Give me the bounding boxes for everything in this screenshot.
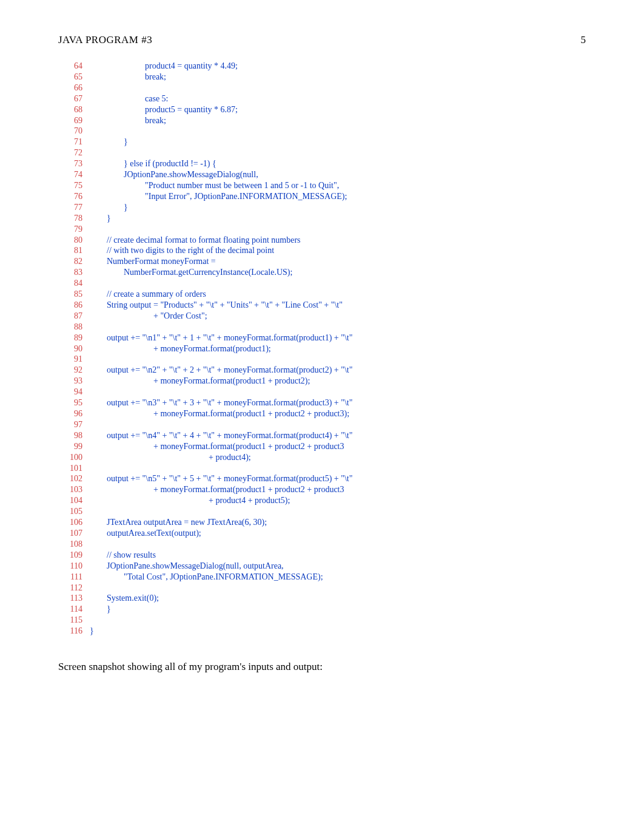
code-line: 64 product4 = quantity * 4.49; (58, 61, 586, 72)
page-number: 5 (581, 34, 586, 46)
code-line: 109 // show results (58, 550, 586, 561)
code-line: 73 } else if (productId != -1) { (58, 158, 586, 169)
code-text: } (82, 202, 128, 213)
code-line: 67 case 5: (58, 93, 586, 104)
code-text: product4 = quantity * 4.49; (82, 61, 238, 72)
line-number: 67 (58, 93, 82, 104)
code-text: case 5: (82, 93, 168, 104)
code-text (82, 126, 90, 137)
code-text: + moneyFormat.format(product1 + product2… (82, 408, 349, 419)
code-line: 76 "Input Error", JOptionPane.INFORMATIO… (58, 191, 586, 202)
code-line: 115 (58, 615, 586, 626)
code-line: 71 } (58, 137, 586, 147)
code-text: output += "\n2" + "\t" + 2 + "\t" + mone… (82, 365, 352, 376)
code-line: 69 break; (58, 115, 586, 126)
code-text: + moneyFormat.format(product1 + product2… (82, 484, 344, 495)
line-number: 77 (58, 202, 82, 213)
header-title: JAVA PROGRAM #3 (58, 34, 152, 46)
code-text: // create decimal format to format float… (82, 235, 301, 246)
code-line: 113 System.exit(0); (58, 593, 586, 604)
line-number: 116 (58, 626, 82, 637)
code-text: outputArea.setText(output); (82, 528, 201, 539)
line-number: 108 (58, 539, 82, 550)
code-line: 91 (58, 354, 586, 365)
code-line: 72 (58, 147, 586, 158)
code-text (82, 506, 90, 517)
code-text (82, 224, 90, 235)
code-text (82, 539, 90, 550)
code-text: NumberFormat moneyFormat = (82, 256, 216, 267)
code-line: 108 (58, 539, 586, 550)
line-number: 74 (58, 169, 82, 180)
line-number: 99 (58, 441, 82, 452)
code-line: 82 NumberFormat moneyFormat = (58, 256, 586, 267)
line-number: 102 (58, 473, 82, 484)
code-text: break; (82, 72, 166, 83)
line-number: 71 (58, 137, 82, 147)
code-text (82, 387, 90, 397)
line-number: 101 (58, 463, 82, 474)
code-line: 102 output += "\n5" + "\t" + 5 + "\t" + … (58, 473, 586, 484)
code-line: 106 JTextArea outputArea = new JTextArea… (58, 517, 586, 528)
code-text: "Total Cost", JOptionPane.INFORMATION_ME… (82, 572, 323, 583)
code-line: 68 product5 = quantity * 6.87; (58, 104, 586, 115)
line-number: 96 (58, 408, 82, 419)
code-text (82, 354, 90, 365)
line-number: 84 (58, 278, 82, 289)
code-text (82, 463, 90, 474)
code-line: 99 + moneyFormat.format(product1 + produ… (58, 441, 586, 452)
code-text: NumberFormat.getCurrencyInstance(Locale.… (82, 267, 292, 278)
code-text (82, 583, 90, 593)
code-line: 80 // create decimal format to format fl… (58, 235, 586, 246)
line-number: 79 (58, 224, 82, 235)
line-number: 110 (58, 561, 82, 572)
code-line: 81 // with two digits to the right of th… (58, 245, 586, 256)
code-text: break; (82, 115, 166, 126)
code-line: 74 JOptionPane.showMessageDialog(null, (58, 169, 586, 180)
code-line: 105 (58, 506, 586, 517)
line-number: 72 (58, 147, 82, 158)
line-number: 69 (58, 115, 82, 126)
code-text (82, 278, 90, 289)
code-line: 90 + moneyFormat.format(product1); (58, 343, 586, 354)
code-text: // create a summary of orders (82, 289, 206, 300)
code-line: 95 output += "\n3" + "\t" + 3 + "\t" + m… (58, 397, 586, 408)
code-line: 84 (58, 278, 586, 289)
line-number: 89 (58, 333, 82, 343)
line-number: 105 (58, 506, 82, 517)
code-line: 107 outputArea.setText(output); (58, 528, 586, 539)
code-text: } (82, 213, 111, 224)
line-number: 115 (58, 615, 82, 626)
code-text (82, 83, 90, 93)
line-number: 98 (58, 430, 82, 441)
code-line: 93 + moneyFormat.format(product1 + produ… (58, 376, 586, 387)
code-text (82, 322, 90, 333)
line-number: 86 (58, 300, 82, 311)
code-text: output += "\n5" + "\t" + 5 + "\t" + mone… (82, 473, 352, 484)
code-line: 85 // create a summary of orders (58, 289, 586, 300)
code-line: 104 + product4 + product5); (58, 495, 586, 506)
line-number: 95 (58, 397, 82, 408)
line-number: 109 (58, 550, 82, 561)
code-line: 92 output += "\n2" + "\t" + 2 + "\t" + m… (58, 365, 586, 376)
line-number: 68 (58, 104, 82, 115)
code-text: + "Order Cost"; (82, 311, 207, 322)
line-number: 97 (58, 419, 82, 430)
code-line: 112 (58, 583, 586, 593)
code-line: 97 (58, 419, 586, 430)
line-number: 78 (58, 213, 82, 224)
code-text: // with two digits to the right of the d… (82, 245, 274, 256)
code-text: } else if (productId != -1) { (82, 158, 216, 169)
code-line: 88 (58, 322, 586, 333)
code-text (82, 147, 90, 158)
code-line: 101 (58, 463, 586, 474)
line-number: 111 (58, 572, 82, 583)
line-number: 83 (58, 267, 82, 278)
code-line: 116} (58, 626, 586, 637)
code-text: JOptionPane.showMessageDialog(null, (82, 169, 258, 180)
line-number: 107 (58, 528, 82, 539)
line-number: 92 (58, 365, 82, 376)
code-line: 96 + moneyFormat.format(product1 + produ… (58, 408, 586, 419)
code-text: } (82, 626, 94, 637)
code-line: 86 String output = "Products" + "\t" + "… (58, 300, 586, 311)
